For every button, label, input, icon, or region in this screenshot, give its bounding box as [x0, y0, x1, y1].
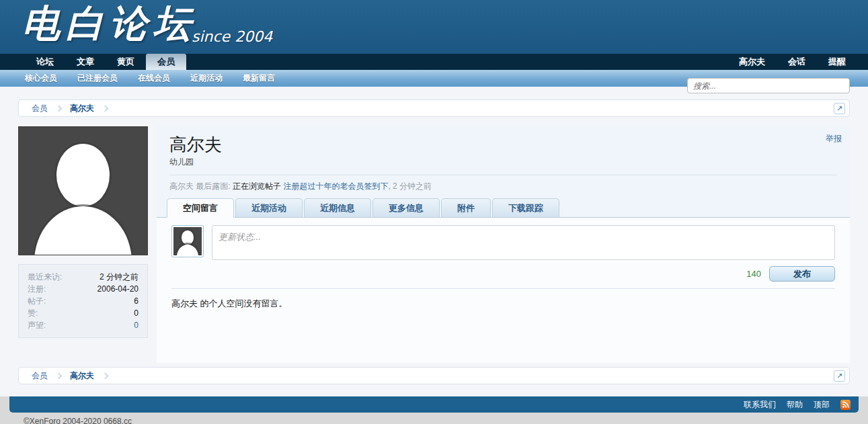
avatar-silhouette-icon [34, 206, 132, 255]
subnav-recent-activity[interactable]: 近期活动 [190, 73, 223, 84]
subnav-latest-comments[interactable]: 最新留言 [243, 73, 275, 84]
copyright-text: ©XenForo 2004-2020 0668.cc [0, 413, 868, 424]
tab-postings[interactable]: 近期信息 [304, 198, 371, 217]
status-thread-link[interactable]: 注册超过十年的老会员签到下 [283, 181, 388, 191]
footer-top-link[interactable]: 顶部 [814, 399, 830, 411]
search-input[interactable] [693, 81, 844, 91]
sub-navbar: 核心会员 已注册会员 在线会员 近期活动 最新留言 [0, 70, 868, 87]
tab-profile-posts[interactable]: 空间留言 [167, 198, 234, 218]
stat-value: 6 [134, 295, 139, 307]
chevron-right-icon [56, 372, 63, 379]
avatar-silhouette-icon [173, 227, 202, 255]
chevron-right-icon [102, 105, 109, 112]
avatar-silhouette-icon [182, 230, 193, 245]
avatar[interactable] [18, 126, 148, 255]
status-time: , 2 分钟之前 [388, 181, 432, 191]
divider [171, 288, 835, 289]
site-logo[interactable]: 电白论坛 [22, 0, 197, 50]
char-counter: 140 [746, 269, 761, 279]
stat-label: 最近来访: [28, 271, 62, 283]
footer-help-link[interactable]: 帮助 [787, 399, 803, 411]
stat-label: 注册: [28, 283, 46, 295]
status-user: 高尔夫 [169, 181, 194, 191]
member-user-title: 幼儿园 [169, 157, 837, 168]
member-status-line: 高尔夫 最后露面: 正在浏览帖子 注册超过十年的老会员签到下, 2 分钟之前 [169, 175, 837, 198]
footer-bar: 联系我们 帮助 顶部 [9, 396, 859, 413]
stat-last-seen: 最近来访: 2 分钟之前 [28, 271, 139, 283]
profile-header: 举报 高尔夫 幼儿园 高尔夫 最后露面: 正在浏览帖子 注册超过十年的老会员签到… [157, 126, 850, 198]
breadcrumb-bottom: 会员 高尔夫 ↗ [18, 367, 850, 384]
stat-value: 0 [134, 307, 139, 319]
stat-value[interactable]: 0 [134, 319, 139, 331]
status-composer [171, 225, 835, 260]
logo-tagline: since 2004 [192, 28, 272, 45]
breadcrumb: 会员 高尔夫 ↗ [18, 99, 850, 117]
profile-sidebar: 最近来访: 2 分钟之前 注册: 2006-04-20 帖子: 6 赞: 0 声… [18, 126, 148, 363]
profile-tabs: 空间留言 近期活动 近期信息 更多信息 附件 下载跟踪 [157, 198, 850, 218]
subnav-notable-members[interactable]: 核心会员 [25, 73, 57, 84]
member-name: 高尔夫 [169, 134, 837, 155]
profile-main: 举报 高尔夫 幼儿园 高尔夫 最后露面: 正在浏览帖子 注册超过十年的老会员签到… [157, 126, 850, 363]
stat-likes: 赞: 0 [28, 307, 139, 319]
tab-recent-activity[interactable]: 近期活动 [235, 198, 303, 217]
nav-tab-pages[interactable]: 黄页 [106, 54, 146, 70]
status-label: 最后露面: [196, 181, 230, 191]
profile-posts-pane: 140 发布 高尔夫 的个人空间没有留言。 [157, 218, 850, 363]
subnav-registered-members[interactable]: 已注册会员 [77, 73, 118, 84]
stat-label: 帖子: [28, 295, 46, 307]
empty-profile-message: 高尔夫 的个人空间没有留言。 [171, 298, 835, 310]
rss-icon[interactable] [840, 400, 851, 410]
stat-messages: 帖子: 6 [28, 295, 139, 307]
breadcrumb-user[interactable]: 高尔夫 [63, 370, 102, 382]
main-navbar: 论坛 文章 黄页 会员 高尔夫 会话 提醒 [0, 54, 868, 70]
rss-icon [842, 401, 849, 409]
breadcrumb-user[interactable]: 高尔夫 [63, 103, 102, 114]
chevron-right-icon [56, 105, 63, 112]
status-update-input[interactable] [212, 225, 835, 260]
stat-joined: 注册: 2006-04-20 [28, 283, 139, 295]
tab-information[interactable]: 更多信息 [372, 198, 440, 217]
stat-value: 2006-04-20 [97, 283, 139, 295]
chevron-right-icon [102, 372, 109, 379]
tab-attachments[interactable]: 附件 [441, 198, 491, 217]
footer-contact-link[interactable]: 联系我们 [744, 399, 776, 411]
member-profile: 最近来访: 2 分钟之前 注册: 2006-04-20 帖子: 6 赞: 0 声… [18, 126, 850, 363]
breadcrumb-members[interactable]: 会员 [24, 370, 55, 382]
post-button[interactable]: 发布 [769, 266, 835, 282]
avatar-silhouette-icon [56, 144, 109, 206]
composer-avatar[interactable] [171, 225, 204, 257]
nav-tab-forums[interactable]: 论坛 [25, 54, 65, 70]
subnav-online-members[interactable]: 在线会员 [138, 73, 170, 84]
report-link[interactable]: 举报 [826, 133, 842, 144]
nav-tab-members[interactable]: 会员 [146, 54, 186, 70]
nav-conversations-link[interactable]: 会话 [777, 54, 817, 70]
status-activity: 正在浏览帖子 [233, 181, 281, 191]
content-panel: 会员 高尔夫 ↗ 最近来访: 2 分钟之前 注册: 2006-04-20 [0, 87, 868, 396]
jump-menu-button[interactable]: ↗ [834, 103, 845, 114]
avatar-silhouette-icon [177, 245, 198, 255]
search-box[interactable] [687, 78, 850, 93]
stat-label: 赞: [28, 307, 38, 319]
stat-value: 2 分钟之前 [100, 271, 139, 283]
nav-tab-articles[interactable]: 文章 [65, 54, 106, 70]
composer-actions: 140 发布 [171, 266, 835, 282]
nav-alerts-link[interactable]: 提醒 [817, 54, 857, 70]
member-stats: 最近来访: 2 分钟之前 注册: 2006-04-20 帖子: 6 赞: 0 声… [18, 264, 148, 338]
stat-trophy-points: 声望: 0 [28, 319, 139, 331]
tab-downloads[interactable]: 下载跟踪 [492, 198, 559, 217]
breadcrumb-members[interactable]: 会员 [24, 103, 55, 114]
navbar-user-area: 高尔夫 会话 提醒 [727, 54, 868, 70]
jump-menu-button[interactable]: ↗ [834, 370, 845, 382]
site-header: 电白论坛 since 2004 [0, 0, 868, 54]
nav-account-link[interactable]: 高尔夫 [727, 54, 777, 70]
stat-label: 声望: [28, 319, 46, 331]
